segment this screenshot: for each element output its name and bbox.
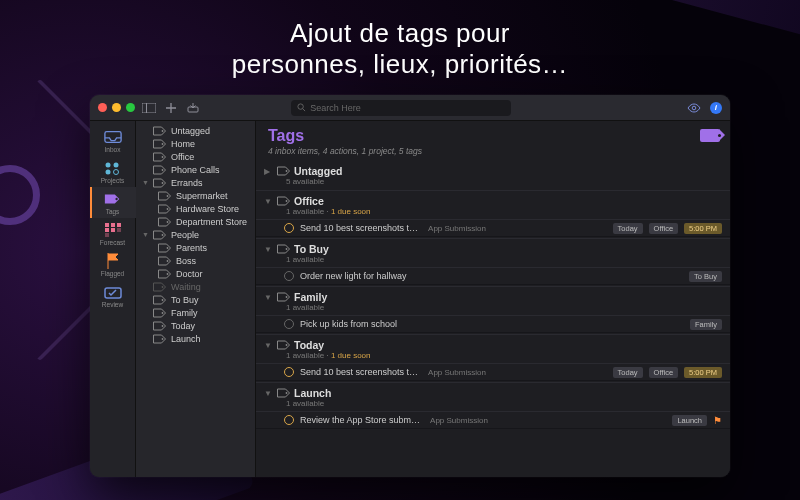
section-name: Family bbox=[294, 291, 327, 303]
svg-point-41 bbox=[286, 344, 288, 346]
disclosure-triangle-icon[interactable]: ▼ bbox=[142, 179, 149, 186]
tag-icon bbox=[158, 243, 172, 253]
task-row[interactable]: Review the App Store subm…App Submission… bbox=[256, 411, 730, 429]
nav-forecast[interactable]: Forecast bbox=[90, 218, 136, 249]
section-subtitle: 5 available bbox=[256, 177, 730, 189]
traffic-lights bbox=[98, 103, 135, 112]
minimize-icon[interactable] bbox=[112, 103, 121, 112]
tag-chip[interactable]: Family bbox=[690, 319, 722, 330]
tag-icon bbox=[277, 340, 289, 350]
nav-review[interactable]: Review bbox=[90, 280, 136, 311]
task-row[interactable]: Send 10 best screenshots t…App Submissio… bbox=[256, 219, 730, 237]
search-icon bbox=[297, 103, 306, 112]
tag-chip[interactable]: Office bbox=[649, 223, 678, 234]
section-name: Today bbox=[294, 339, 324, 351]
nav-tags[interactable]: Tags bbox=[90, 187, 136, 218]
hero-line-1: Ajout de tags pour bbox=[290, 18, 510, 48]
svg-point-30 bbox=[167, 260, 169, 262]
svg-point-37 bbox=[286, 170, 288, 172]
tag-icon bbox=[277, 292, 289, 302]
zoom-icon[interactable] bbox=[126, 103, 135, 112]
close-icon[interactable] bbox=[98, 103, 107, 112]
tag-chip[interactable]: Today bbox=[613, 223, 643, 234]
tag-people[interactable]: ▼People bbox=[136, 228, 255, 241]
svg-point-11 bbox=[115, 198, 117, 200]
tag-doctor[interactable]: Doctor bbox=[136, 267, 255, 280]
view-options-icon[interactable] bbox=[686, 100, 702, 116]
tag-icon bbox=[153, 126, 167, 136]
tag-untagged[interactable]: Untagged bbox=[136, 124, 255, 137]
svg-point-39 bbox=[286, 248, 288, 250]
tag-launch[interactable]: Launch bbox=[136, 332, 255, 345]
task-checkbox[interactable] bbox=[284, 319, 294, 329]
flag-icon[interactable]: ⚑ bbox=[713, 415, 722, 426]
tag-chip[interactable]: Launch bbox=[672, 415, 707, 426]
svg-point-20 bbox=[162, 130, 164, 132]
nav-projects[interactable]: Projects bbox=[90, 156, 136, 187]
disclosure-triangle-icon[interactable]: ▼ bbox=[264, 341, 272, 350]
section-header-family[interactable]: ▼Family bbox=[256, 288, 730, 303]
svg-point-42 bbox=[286, 392, 288, 394]
tag-hardware-store[interactable]: Hardware Store bbox=[136, 202, 255, 215]
add-button[interactable] bbox=[163, 100, 179, 116]
svg-rect-16 bbox=[111, 228, 115, 232]
section-header-untagged[interactable]: ▶Untagged bbox=[256, 162, 730, 177]
tag-icon bbox=[158, 269, 172, 279]
tag-icon bbox=[277, 244, 289, 254]
inspector-icon[interactable]: i bbox=[710, 102, 722, 114]
disclosure-triangle-icon[interactable]: ▼ bbox=[264, 389, 272, 398]
section-header-launch[interactable]: ▼Launch bbox=[256, 384, 730, 399]
disclosure-triangle-icon[interactable]: ▼ bbox=[264, 245, 272, 254]
task-row[interactable]: Send 10 best screenshots t…App Submissio… bbox=[256, 363, 730, 381]
task-checkbox[interactable] bbox=[284, 223, 294, 233]
tag-icon bbox=[153, 230, 167, 240]
task-row[interactable]: Order new light for hallwayTo Buy bbox=[256, 267, 730, 285]
tag-office[interactable]: Office bbox=[136, 150, 255, 163]
tag-icon bbox=[153, 165, 167, 175]
nav-flagged[interactable]: Flagged bbox=[90, 249, 136, 280]
tag-to-buy[interactable]: To Buy bbox=[136, 293, 255, 306]
page-title: Tags bbox=[268, 127, 422, 145]
svg-point-29 bbox=[167, 247, 169, 249]
tag-chip[interactable]: Office bbox=[649, 367, 678, 378]
section-header-today[interactable]: ▼Today bbox=[256, 336, 730, 351]
search-input[interactable]: Search Here bbox=[291, 100, 511, 116]
nav-inbox[interactable]: Inbox bbox=[90, 125, 136, 156]
task-title: Review the App Store subm… bbox=[300, 415, 420, 425]
tag-chip[interactable]: To Buy bbox=[689, 271, 722, 282]
tag-phone-calls[interactable]: Phone Calls bbox=[136, 163, 255, 176]
task-checkbox[interactable] bbox=[284, 367, 294, 377]
disclosure-triangle-icon[interactable]: ▼ bbox=[264, 293, 272, 302]
tag-errands[interactable]: ▼Errands bbox=[136, 176, 255, 189]
tag-family[interactable]: Family bbox=[136, 306, 255, 319]
section-subtitle: 1 available · 1 due soon bbox=[256, 207, 730, 219]
tag-parents[interactable]: Parents bbox=[136, 241, 255, 254]
svg-rect-17 bbox=[117, 228, 121, 232]
svg-point-10 bbox=[113, 170, 118, 175]
tag-icon bbox=[158, 191, 172, 201]
task-project: App Submission bbox=[430, 416, 488, 425]
tag-waiting[interactable]: Waiting bbox=[136, 280, 255, 293]
disclosure-triangle-icon[interactable]: ▼ bbox=[142, 231, 149, 238]
disclosure-triangle-icon[interactable]: ▶ bbox=[264, 167, 272, 176]
tag-boss[interactable]: Boss bbox=[136, 254, 255, 267]
section-name: Untagged bbox=[294, 165, 342, 177]
tag-home[interactable]: Home bbox=[136, 137, 255, 150]
section-header-office[interactable]: ▼Office bbox=[256, 192, 730, 207]
tag-chip[interactable]: Today bbox=[613, 367, 643, 378]
tag-icon bbox=[153, 282, 167, 292]
quick-entry-icon[interactable] bbox=[185, 100, 201, 116]
titlebar: Search Here i bbox=[90, 95, 730, 121]
tag-list-sidebar: UntaggedHomeOfficePhone Calls▼ErrandsSup… bbox=[136, 121, 256, 477]
tag-department-store[interactable]: Department Store bbox=[136, 215, 255, 228]
svg-point-28 bbox=[162, 234, 164, 236]
task-checkbox[interactable] bbox=[284, 415, 294, 425]
disclosure-triangle-icon[interactable]: ▼ bbox=[264, 197, 272, 206]
tag-today[interactable]: Today bbox=[136, 319, 255, 332]
task-checkbox[interactable] bbox=[284, 271, 294, 281]
sidebar-toggle-icon[interactable] bbox=[141, 100, 157, 116]
tag-supermarket[interactable]: Supermarket bbox=[136, 189, 255, 202]
tag-label: To Buy bbox=[171, 295, 199, 305]
task-row[interactable]: Pick up kids from schoolFamily bbox=[256, 315, 730, 333]
section-header-to-buy[interactable]: ▼To Buy bbox=[256, 240, 730, 255]
